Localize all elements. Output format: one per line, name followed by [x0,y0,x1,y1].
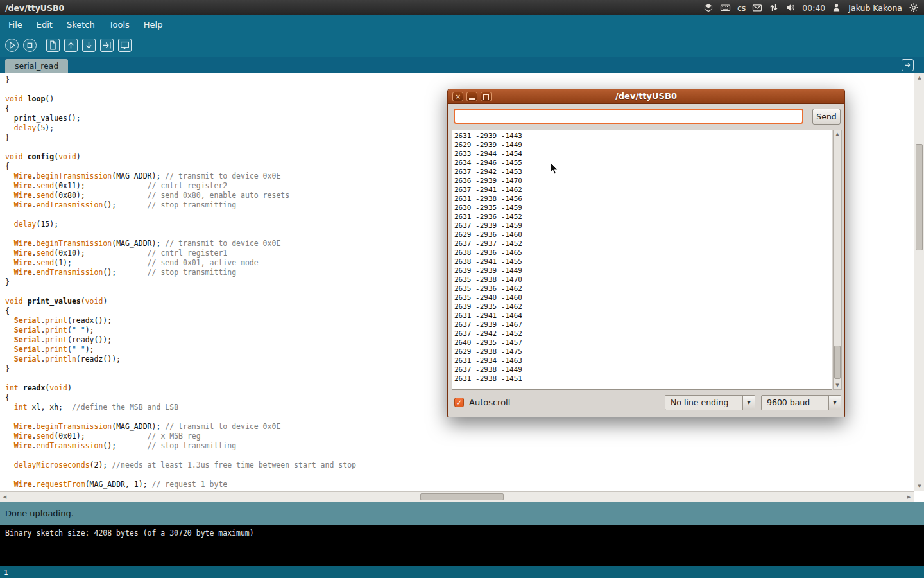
serial-output-line: 2629 -2939 -1449 [454,141,522,150]
arduino-ide-screen: /dev/ttyUSB0 cs 00:40 Jakub Kakona File … [0,0,924,578]
dropbox-icon[interactable] [703,3,714,13]
menu-tools[interactable]: Tools [102,17,137,33]
scroll-left-icon[interactable] [0,492,10,502]
serial-output-line: 2631 -2939 -1443 [454,132,522,141]
chevron-down-icon[interactable] [828,396,841,410]
scroll-down-icon[interactable] [914,482,924,491]
scroll-up-icon[interactable] [914,73,924,83]
code-line: } [5,277,356,287]
code-line: Wire.endTransmission(); // stop transmit… [5,200,356,210]
code-line [5,451,356,460]
status-text: Done uploading. [5,509,74,518]
code-line: Wire.beginTransmission(MAG_ADDR); // tra… [5,422,356,432]
open-button[interactable] [64,39,78,52]
code-line: Wire.endTransmission(); // stop transmit… [5,441,356,451]
serial-output-line: 2637 -2942 -1452 [454,329,522,338]
keyboard-layout-indicator[interactable]: cs [737,3,746,13]
line-ending-value: No line ending [665,396,742,410]
serial-output-line: 2637 -2938 -1449 [454,365,522,374]
code-line: int readx(void) [5,383,356,393]
serial-output-line: 2631 -2938 -1451 [454,374,522,383]
serial-output-line: 2637 -2937 -1452 [454,240,522,249]
code-line: Wire.send(0x80); // send 0x80, enable au… [5,191,356,200]
top-panel: /dev/ttyUSB0 cs 00:40 Jakub Kakona [0,0,924,15]
serial-output-line: 2639 -2939 -1449 [454,267,522,276]
upload-button[interactable] [100,39,114,52]
code-line: Serial.print(readx()); [5,316,356,326]
window-title: /dev/ttyUSB0 [5,3,64,13]
code-line: print_values(); [5,114,356,123]
code-line: Serial.println(readz()); [5,355,356,364]
menu-sketch[interactable]: Sketch [60,17,102,33]
serial-output-line: 2633 -2944 -1454 [454,150,522,159]
serial-output-line: 2637 -2939 -1459 [454,222,522,231]
code-line: { [5,306,356,316]
menu-file[interactable]: File [1,17,30,33]
gear-icon[interactable] [909,3,919,13]
tab-menu-button[interactable] [902,59,914,71]
serial-output-line: 2638 -2936 -1465 [454,249,522,258]
console-output: Binary sketch size: 4208 bytes (of a 307… [0,525,924,566]
serial-output-line: 2629 -2936 -1460 [454,231,522,240]
serial-scroll-up-icon[interactable] [834,130,841,138]
code-line [5,143,356,152]
send-button[interactable]: Send [812,109,841,125]
volume-icon[interactable] [785,3,796,13]
code-line [5,470,356,480]
serial-monitor-button[interactable] [118,39,132,52]
network-arrows-icon[interactable] [769,3,779,13]
code-line [5,374,356,383]
code-line: { [5,104,356,114]
clock[interactable]: 00:40 [802,3,825,13]
verify-button[interactable] [5,39,19,52]
code-line [5,85,356,94]
tab-serial-read[interactable]: serial_read [5,59,68,73]
serial-scroll-thumb[interactable] [834,346,841,379]
stop-button[interactable] [23,39,37,52]
mouse-cursor [550,162,559,175]
horizontal-scroll-thumb[interactable] [420,493,504,500]
serial-output-scrollbar[interactable] [833,130,842,390]
autoscroll-checkbox[interactable] [454,398,464,407]
menu-help[interactable]: Help [137,17,170,33]
mail-icon[interactable] [752,3,762,13]
user-icon [832,3,842,13]
chevron-down-icon[interactable] [742,396,755,410]
menu-bar: File Edit Sketch Tools Help [0,15,924,33]
serial-scroll-down-icon[interactable] [834,381,841,389]
line-ending-select[interactable]: No line ending [665,395,755,410]
serial-output-line: 2631 -2938 -1456 [454,195,522,204]
editor-vertical-scrollbar[interactable] [914,73,924,491]
menu-edit[interactable]: Edit [30,17,60,33]
code-line: } [5,364,356,374]
serial-monitor-titlebar[interactable]: /dev/ttyUSB0 [448,89,844,104]
code-line: Wire.send(1); // send 0x01, active mode [5,258,356,268]
code-line [5,287,356,297]
code-line: delay(5); [5,123,356,133]
baud-rate-value: 9600 baud [762,396,828,410]
baud-rate-select[interactable]: 9600 baud [761,395,841,410]
serial-send-input[interactable] [454,109,803,124]
new-sketch-button[interactable] [46,39,60,52]
username[interactable]: Jakub Kakona [848,3,902,13]
serial-output-line: 2635 -2940 -1460 [454,293,522,302]
code-line: Serial.print(" "); [5,326,356,335]
code-line: } [5,75,356,85]
serial-monitor-title: /dev/ttyUSB0 [448,91,844,101]
serial-output-line: 2637 -2941 -1462 [454,186,522,195]
serial-output-line: 2638 -2941 -1455 [454,258,522,267]
serial-output-line: 2637 -2939 -1467 [454,320,522,329]
save-button[interactable] [82,39,96,52]
serial-output-line: 2637 -2942 -1453 [454,168,522,177]
serial-output-line: 2631 -2936 -1452 [454,213,522,222]
code-line: delay(15); [5,220,356,229]
serial-output-line: 2631 -2941 -1464 [454,311,522,320]
code-line: } [5,133,356,143]
scroll-right-icon[interactable] [904,492,914,502]
code-line: Wire.send(0x01); // x MSB reg [5,432,356,441]
code-line: Wire.send(0x11); // cntrl register2 [5,181,356,191]
editor-horizontal-scrollbar[interactable] [0,491,914,502]
serial-output-area[interactable]: 2631 -2939 -14432629 -2939 -14492633 -29… [452,130,832,390]
keyboard-icon[interactable] [720,3,731,13]
vertical-scroll-thumb[interactable] [916,144,923,250]
